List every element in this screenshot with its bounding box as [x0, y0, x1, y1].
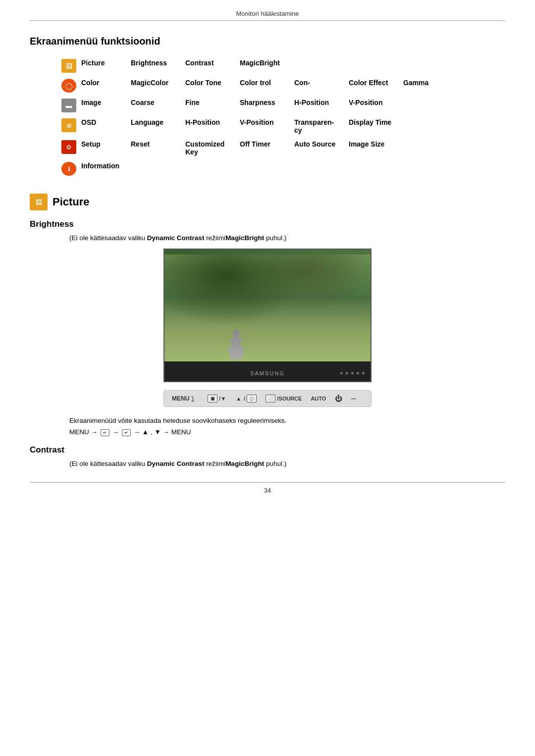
menu-item: Display Time	[347, 115, 401, 137]
menu-item: Contrast	[183, 56, 238, 76]
image-icon: ▬	[61, 99, 76, 112]
power-button: ⏻	[335, 395, 342, 403]
menu-item: Coarse	[129, 96, 183, 115]
menu-label-setup: Setup	[79, 137, 129, 159]
picture-section-icon: 🖼	[30, 194, 48, 210]
section-title: Ekraanimenüü funktsioonid	[30, 36, 505, 47]
menu-item: Con-	[292, 76, 347, 96]
monitor-screen: SAMSUNG ■ ■ ■ ■ ■	[163, 249, 372, 382]
samsung-label: SAMSUNG	[250, 370, 285, 376]
menu-item	[401, 137, 456, 159]
picture-heading: 🖼 Picture	[30, 194, 505, 210]
menu-item	[401, 56, 456, 76]
page-header: Monitori häälestamine	[30, 10, 505, 21]
menu-item: Language	[129, 115, 183, 137]
setup-icon: ⚙	[61, 140, 76, 154]
menu-item: H-Position	[292, 96, 347, 115]
table-row: ⊕ OSD Language H-Position V-Position Tra…	[59, 115, 456, 137]
contrast-title: Contrast	[30, 445, 505, 455]
ctrl-icon-2: ◌	[247, 395, 257, 403]
info-icon: ℹ	[61, 162, 76, 176]
menu-item: Gamma	[401, 76, 456, 96]
auto-button: AUTO	[311, 396, 326, 402]
menu-item: Auto Source	[292, 137, 347, 159]
header-title: Monitori häälestamine	[236, 10, 299, 17]
btn2-ctrl: ▲/ ◌	[235, 395, 257, 403]
icon-cell: ▬	[59, 96, 79, 115]
menu-label-osd: OSD	[79, 115, 129, 137]
menu-item: V-Position	[238, 115, 292, 137]
contrast-note: (Ei ole kättesaadav valiku Dynamic Contr…	[69, 460, 505, 467]
nav-icon-2: ↵	[122, 429, 131, 436]
menu-item: Fine	[183, 96, 238, 115]
menu-item: Transparen- cy	[292, 115, 347, 137]
picture-section-title: Picture	[53, 196, 90, 208]
menu-label-ctrl: MENU	[172, 395, 189, 402]
menu-item: Color Effect	[347, 76, 401, 96]
nav-icon-1: ↵	[101, 429, 109, 436]
icon-cell: 🖼	[59, 56, 79, 76]
page-number: 34	[264, 487, 271, 494]
menu-label-information: Information	[79, 159, 129, 179]
btn3-ctrl: ⬜/SOURCE	[266, 395, 302, 403]
icon-cell: ℹ	[59, 159, 79, 179]
menu-item	[347, 56, 401, 76]
icon-cell: ⚙	[59, 137, 79, 159]
menu-item: Color Tone	[183, 76, 238, 96]
menu-label-color: Color	[79, 76, 129, 96]
menu-item	[129, 159, 456, 179]
brightness-title: Brightness	[30, 219, 505, 229]
menu-item: Image Size	[347, 137, 401, 159]
table-row: ⚙ Setup Reset Customized Key Off Timer A…	[59, 137, 456, 159]
ctrl-icon-3: ⬜	[266, 395, 275, 403]
menu-item: V-Position	[347, 96, 401, 115]
tree-area	[164, 254, 371, 361]
osd-icon: ⊕	[61, 118, 76, 132]
menu-item: MagicBright	[238, 56, 292, 76]
dash-button: —	[351, 396, 356, 402]
table-row: 🖼 Picture Brightness Contrast MagicBrigh…	[59, 56, 456, 76]
btn1-ctrl: ▣/▼	[208, 395, 226, 403]
table-row: ▬ Image Coarse Fine Sharpness H-Position…	[59, 96, 456, 115]
menu-item: Sharpness	[238, 96, 292, 115]
menu-label-picture: Picture	[79, 56, 129, 76]
menu-item: Off Timer	[238, 137, 292, 159]
monitor-image-wrapper: SAMSUNG ■ ■ ■ ■ ■ MENU ▣/▼ ▲/ ◌ ⬜/SOURCE…	[30, 249, 505, 407]
menu-arrow-icon	[191, 395, 199, 402]
menu-item: Color trol	[238, 76, 292, 96]
menu-item: Reset	[129, 137, 183, 159]
monitor-status-dots: ■ ■ ■ ■ ■	[340, 371, 366, 375]
menu-item	[292, 56, 347, 76]
nav-text: MENU → ↵ → ↵ → ▲ , ▼ → MENU	[69, 428, 505, 436]
menu-table: 🖼 Picture Brightness Contrast MagicBrigh…	[59, 56, 456, 179]
menu-item: Customized Key	[183, 137, 238, 159]
menu-item	[401, 115, 456, 137]
menu-item	[401, 96, 456, 115]
brightness-note: (Ei ole kättesaadav valiku Dynamic Contr…	[69, 234, 505, 242]
page-footer: 34	[30, 482, 505, 494]
table-row: ℹ Information	[59, 159, 456, 179]
menu-button: MENU	[172, 395, 199, 402]
color-icon: ◯	[61, 79, 76, 93]
picture-icon: 🖼	[61, 59, 76, 73]
menu-item: H-Position	[183, 115, 238, 137]
brightness-body-text: Ekraanimenüüd võite kasutada heleduse so…	[69, 417, 505, 424]
menu-item: MagicColor	[129, 76, 183, 96]
icon-cell: ◯	[59, 76, 79, 96]
table-row: ◯ Color MagicColor Color Tone Color trol…	[59, 76, 456, 96]
monitor-controls: MENU ▣/▼ ▲/ ◌ ⬜/SOURCE AUTO ⏻ —	[163, 390, 372, 407]
menu-item: Brightness	[129, 56, 183, 76]
menu-label-image: Image	[79, 96, 129, 115]
ctrl-icon-1: ▣	[208, 395, 217, 403]
icon-cell: ⊕	[59, 115, 79, 137]
